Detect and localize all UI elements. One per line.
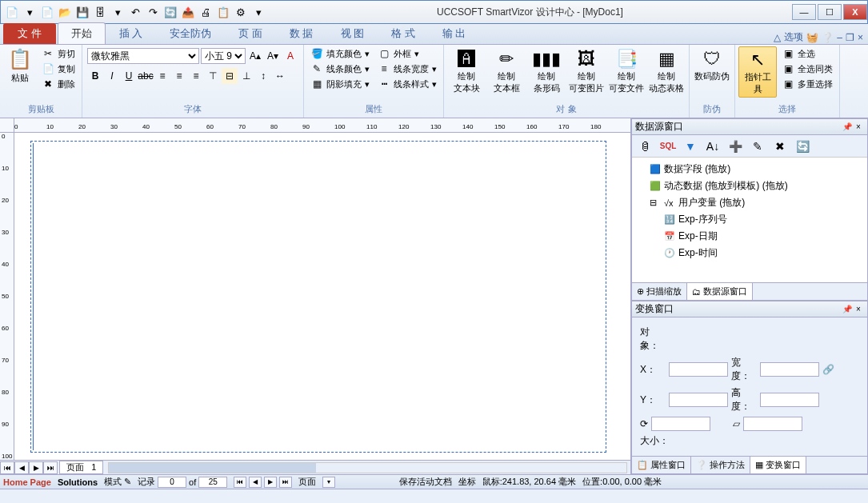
panel-pin-icon-2[interactable]: 📌 <box>842 305 853 313</box>
select-all-button[interactable]: ▣全选 <box>778 46 836 61</box>
tree-exp-seq[interactable]: 🔢Exp-序列号 <box>635 211 864 228</box>
font-color-button[interactable]: A <box>282 48 298 64</box>
panel-close-icon-2[interactable]: × <box>853 305 864 313</box>
page-prev-button[interactable]: ◀ <box>14 461 29 474</box>
font-family-select[interactable]: 微软雅黑 <box>87 48 199 64</box>
secnum-button[interactable]: 🛡数码防伪 <box>693 46 731 84</box>
skew-input[interactable] <box>743 417 802 431</box>
rec-last-button[interactable]: ⏭ <box>279 477 292 488</box>
tab-view[interactable]: 视 图 <box>327 22 378 44</box>
minimize-button[interactable]: — <box>792 4 816 20</box>
collapse-ribbon-icon[interactable]: △ <box>774 32 781 43</box>
hscroll-track[interactable] <box>108 462 627 473</box>
border-button[interactable]: ▢外框 ▾ <box>374 46 440 61</box>
tree-fields[interactable]: 🟦数据字段 (拖放) <box>635 161 864 178</box>
grow-font-button[interactable]: A▴ <box>247 48 263 64</box>
tab-zoom[interactable]: ⊕扫描缩放 <box>632 283 687 300</box>
select-same-button[interactable]: ▣全选同类 <box>778 62 836 76</box>
hscroll-thumb[interactable] <box>109 463 316 473</box>
tab-page[interactable]: 页 面 <box>225 22 276 44</box>
strike-button[interactable]: abc <box>138 68 154 84</box>
rec-next-button[interactable]: ▶ <box>264 477 277 488</box>
line-width-button[interactable]: ≡线条宽度 ▾ <box>374 62 440 76</box>
mdi-close-button[interactable]: × <box>858 32 863 43</box>
db-icon[interactable]: 🛢 <box>637 138 654 155</box>
textblock-button[interactable]: 🅰绘制 文本块 <box>447 46 486 96</box>
mode-icon[interactable]: ✎ <box>124 477 131 487</box>
qat-new-icon[interactable]: 📄 <box>39 4 55 20</box>
shrink-font-button[interactable]: A▾ <box>265 48 281 64</box>
tab-transform[interactable]: ▦变换窗口 <box>750 457 806 473</box>
tab-datasource[interactable]: 🗂数据源窗口 <box>687 283 753 300</box>
panel-close-icon[interactable]: × <box>853 122 864 131</box>
delete-button[interactable]: ✖删除 <box>38 77 78 91</box>
sql-icon[interactable]: SQL <box>659 138 677 155</box>
del-ds-icon[interactable]: ✖ <box>771 138 789 155</box>
qat-settings-icon[interactable]: ⚙ <box>233 4 249 20</box>
align-top-button[interactable]: ⊤ <box>205 68 221 84</box>
tab-properties[interactable]: 📋属性窗口 <box>632 457 691 473</box>
line-spacing-button[interactable]: ↕ <box>255 68 271 84</box>
rec-first-button[interactable]: ⏮ <box>234 477 246 488</box>
mdi-min-button[interactable]: – <box>837 32 842 43</box>
tree-uservar[interactable]: ⊟√x用户变量 (拖放) <box>635 194 864 211</box>
x-input[interactable] <box>669 362 728 377</box>
link-icon[interactable]: 🔗 <box>822 364 834 375</box>
tab-security[interactable]: 安全防伪 <box>156 22 225 44</box>
textbox-button[interactable]: ✏绘制 文本框 <box>487 46 526 96</box>
bold-button[interactable]: B <box>87 68 103 84</box>
save-doc-label[interactable]: 保存活动文档 <box>399 476 452 488</box>
font-size-select[interactable]: 小五 9 <box>201 48 246 64</box>
shadow-fill-button[interactable]: ▦阴影填充 ▾ <box>307 77 373 91</box>
paste-button[interactable]: 📋 粘贴 <box>3 46 37 86</box>
qat-save-icon[interactable]: 💾 <box>74 4 90 20</box>
sort-icon[interactable]: A↓ <box>704 138 722 155</box>
dyntable-button[interactable]: ▦绘制 动态表格 <box>647 46 686 96</box>
align-center-button[interactable]: ≡ <box>171 68 187 84</box>
page-next-button[interactable]: ▶ <box>29 461 43 474</box>
copy-button[interactable]: 📄复制 <box>38 62 78 76</box>
home-page-link[interactable]: Home Page <box>3 477 51 487</box>
tree-exp-time[interactable]: 🕐Exp-时间 <box>635 245 864 261</box>
options-link[interactable]: 选项 <box>784 30 803 44</box>
tab-data[interactable]: 数 据 <box>276 22 327 44</box>
expand-icon[interactable]: ⊟ <box>650 198 661 208</box>
solutions-link[interactable]: Solutions <box>58 477 98 487</box>
varimg-button[interactable]: 🖼绘制 可变图片 <box>567 46 606 96</box>
pointer-tool-button[interactable]: ↖指针工具 <box>738 46 777 98</box>
tab-output[interactable]: 输 出 <box>429 22 480 44</box>
rotate-input[interactable] <box>651 417 710 431</box>
qat-export-icon[interactable]: 📤 <box>180 4 196 20</box>
add-ds-icon[interactable]: ➕ <box>726 138 744 155</box>
underline-button[interactable]: U <box>121 68 137 84</box>
varfile-button[interactable]: 📑绘制 可变文件 <box>607 46 646 96</box>
rec-prev-button[interactable]: ◀ <box>249 477 262 488</box>
tab-insert[interactable]: 插 入 <box>106 22 157 44</box>
italic-button[interactable]: I <box>104 68 120 84</box>
qat-print-icon[interactable]: 🖨 <box>198 4 214 20</box>
multi-select-button[interactable]: ▣多重选择 <box>778 77 836 91</box>
y-input[interactable] <box>669 393 728 407</box>
tree-dynamic[interactable]: 🟩动态数据 (拖放到模板) (拖放) <box>635 178 864 194</box>
panel-pin-icon[interactable]: 📌 <box>842 122 853 131</box>
qat-more-icon[interactable]: ▾ <box>250 4 266 20</box>
align-bottom-button[interactable]: ⊥ <box>238 68 254 84</box>
tree-exp-date[interactable]: 📅Exp-日期 <box>635 228 864 245</box>
page-first-button[interactable]: ⏮ <box>0 461 14 474</box>
help-icon[interactable]: ❔ <box>822 32 834 43</box>
line-style-button[interactable]: ┅线条样式 ▾ <box>374 77 440 91</box>
page-last-button[interactable]: ⏭ <box>43 461 58 474</box>
refresh-ds-icon[interactable]: 🔄 <box>794 138 811 155</box>
edit-ds-icon[interactable]: ✎ <box>749 138 766 155</box>
qat-undo-icon[interactable]: ↶ <box>127 4 143 20</box>
qat-refresh-icon[interactable]: 🔄 <box>162 4 178 20</box>
align-left-button[interactable]: ≡ <box>154 68 170 84</box>
record-total-input[interactable] <box>198 477 227 488</box>
tab-help[interactable]: ❔操作方法 <box>691 457 750 473</box>
close-button[interactable]: X <box>843 4 867 20</box>
page-surface[interactable] <box>30 141 606 453</box>
char-spacing-button[interactable]: ↔ <box>272 68 288 84</box>
tab-format[interactable]: 格 式 <box>378 22 429 44</box>
barcode-button[interactable]: ▮▮▮绘制 条形码 <box>527 46 566 96</box>
cut-button[interactable]: ✂剪切 <box>38 46 78 61</box>
